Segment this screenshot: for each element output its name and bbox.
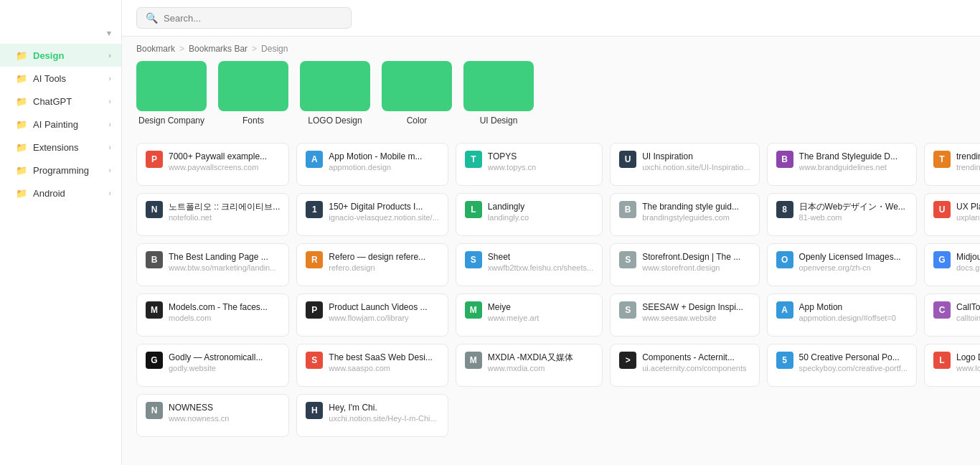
bookmark-card-2[interactable]: A App Motion - Mobile m... appmotion.des…	[296, 143, 448, 186]
folder-card-fonts[interactable]: Fonts	[218, 61, 288, 126]
sidebar-item-label: Extensions	[33, 142, 79, 153]
bookmark-title: Components - Acternit...	[642, 352, 750, 364]
bookmark-url: www.btw.so/marketing/landin...	[169, 263, 280, 272]
bookmark-favicon: A	[776, 301, 793, 319]
breadcrumb-item-bookmarks-bar[interactable]: Bookmarks Bar	[189, 44, 248, 54]
bookmark-card-22[interactable]: S SEESAW + Design Inspi... www.seesaw.we…	[610, 293, 759, 337]
bookmark-url: www.storefront.design	[642, 263, 750, 272]
folder-card-color[interactable]: Color	[382, 61, 452, 126]
sidebar-item-left: 📁 Extensions	[16, 141, 79, 153]
bookmark-card-27[interactable]: M MXDIA -MXDIA又媒体 www.mxdia.com	[456, 344, 603, 387]
sidebar-item-programming[interactable]: 📁 Programming ›	[0, 159, 121, 182]
bookmark-info: NOWNESS www.nowness.cn	[169, 402, 280, 423]
search-bar[interactable]: 🔍	[136, 7, 352, 29]
bookmark-card-8[interactable]: 1 150+ Digital Products I... ignacio-vel…	[296, 193, 448, 236]
bookmark-url: www.paywallscreens.com	[169, 163, 280, 172]
bookmark-card-20[interactable]: P Product Launch Videos ... www.flowjam.…	[296, 293, 448, 337]
bookmark-title: Landingly	[488, 201, 593, 213]
breadcrumb-item-bookmark[interactable]: Bookmark	[136, 44, 175, 54]
bookmark-favicon: R	[306, 251, 323, 268]
sidebar-item-label: Design	[33, 50, 64, 61]
bookmark-info: Product Launch Videos ... www.flowjam.co…	[329, 301, 438, 322]
folder-name: Fonts	[242, 116, 264, 126]
bookmark-card-23[interactable]: A App Motion appmotion.design/#offset=0	[767, 293, 917, 337]
bookmark-card-29[interactable]: 5 50 Creative Personal Po... speckyboy.c…	[767, 344, 917, 387]
bookmark-title: Hey, I'm Chi.	[329, 402, 438, 414]
bookmark-url: ui.aceternity.com/components	[642, 364, 750, 372]
chevron-right-icon: ›	[108, 120, 111, 128]
bookmark-title: NOWNESS	[169, 402, 280, 414]
bookmark-card-4[interactable]: U UI Inspiration uxchi.notion.site/UI-In…	[610, 143, 759, 186]
bookmark-card-10[interactable]: B The branding style guid... brandingsty…	[610, 193, 759, 236]
bookmark-favicon: P	[146, 151, 163, 168]
bookmark-url: models.com	[169, 314, 280, 322]
bookmark-card-7[interactable]: N 노트폴리오 :: 크리에이티브... notefolio.net	[136, 193, 289, 236]
folder-icon: 📁	[16, 118, 27, 130]
bookmark-card-12[interactable]: U UX Planet uxplanet.org	[924, 193, 980, 236]
bookmark-info: The best SaaS Web Desi... www.saaspo.com	[329, 352, 438, 372]
bookmark-card-18[interactable]: G Midjourney v5 Photogr... docs.google.c…	[924, 243, 980, 286]
breadcrumb-separator: >	[252, 44, 257, 54]
bookmark-card-31[interactable]: N NOWNESS www.nowness.cn	[136, 394, 289, 437]
bookmark-title: UX Planet	[956, 201, 980, 213]
bookmark-url: landingly.co	[488, 213, 593, 222]
bookmark-card-32[interactable]: H Hey, I'm Chi. uxchi.notion.site/Hey-I-…	[296, 394, 448, 437]
chevron-down-icon: ▾	[107, 29, 111, 38]
bookmark-card-14[interactable]: R Refero — design refere... refero.desig…	[296, 243, 448, 286]
bookmark-url: www.brandguidelines.net	[799, 163, 908, 172]
bookmark-card-9[interactable]: L Landingly landingly.co	[456, 193, 603, 236]
bookmark-favicon: M	[465, 352, 482, 369]
bookmark-favicon: L	[933, 352, 951, 369]
bookmarks-grid: P 7000+ Paywall example... www.paywallsc…	[136, 143, 966, 437]
bookmark-card-3[interactable]: T TOPYS www.topys.cn	[456, 143, 603, 186]
bookmark-card-30[interactable]: L Logo Design Love | on I... www.logodes…	[924, 344, 980, 387]
bookmark-favicon: P	[306, 301, 323, 319]
folder-card-design-company[interactable]: Design Company	[136, 61, 207, 126]
bookmark-favicon: B	[776, 151, 793, 168]
bookmark-favicon: A	[306, 151, 323, 168]
folder-name: UI Design	[480, 116, 518, 126]
bookmark-card-21[interactable]: M Meiye www.meiye.art	[456, 293, 603, 337]
bookmark-card-6[interactable]: T trending.design trending.design	[924, 143, 980, 186]
bookmark-info: 150+ Digital Products I... ignacio-velas…	[329, 201, 438, 222]
bookmark-card-5[interactable]: B The Brand Styleguide D... www.brandgui…	[767, 143, 917, 186]
bookmark-favicon: G	[146, 352, 163, 369]
bookmark-card-24[interactable]: C CallToInspiration – 非常... calltoinspir…	[924, 293, 980, 337]
bookmark-card-16[interactable]: S Storefront.Design | The ... www.storef…	[610, 243, 759, 286]
folder-card-ui-design[interactable]: UI Design	[463, 61, 534, 126]
bookmark-card-1[interactable]: P 7000+ Paywall example... www.paywallsc…	[136, 143, 289, 186]
folder-name: Design Company	[138, 116, 204, 126]
bookmark-title: App Motion	[799, 301, 908, 314]
sidebar-item-ai-tools[interactable]: 📁 AI Tools ›	[0, 67, 121, 90]
bookmark-card-28[interactable]: > Components - Acternit... ui.aceternity…	[610, 344, 759, 387]
bookmark-url: www.seesaw.website	[642, 314, 750, 322]
bookmark-favicon: M	[465, 301, 482, 319]
bookmark-url: godly.website	[169, 364, 280, 372]
bookmark-info: Components - Acternit... ui.aceternity.c…	[642, 352, 750, 372]
bookmark-card-17[interactable]: O Openly Licensed Images... openverse.or…	[767, 243, 917, 286]
sidebar-item-android[interactable]: 📁 Android ›	[0, 182, 121, 205]
bookmark-url: www.logodesignlove.com	[956, 364, 980, 372]
bookmark-title: The Best Landing Page ...	[169, 251, 280, 263]
sidebar-item-left: 📁 AI Painting	[16, 118, 78, 130]
breadcrumb-item-design: Design	[261, 44, 288, 54]
bookmark-card-25[interactable]: G Godly — Astronomicall... godly.website	[136, 344, 289, 387]
search-input[interactable]	[164, 13, 342, 24]
bookmark-title: Meiye	[488, 301, 593, 314]
bookmark-card-13[interactable]: B The Best Landing Page ... www.btw.so/m…	[136, 243, 289, 286]
sidebar-item-chatgpt[interactable]: 📁 ChatGPT ›	[0, 90, 121, 113]
sidebar-item-extensions[interactable]: 📁 Extensions ›	[0, 136, 121, 159]
bookmark-url: openverse.org/zh-cn	[799, 263, 908, 272]
bookmark-card-15[interactable]: S Sheet xwwfb2ttxw.feishu.cn/sheets...	[456, 243, 603, 286]
bookmark-card-19[interactable]: M Models.com - The faces... models.com	[136, 293, 289, 337]
bookmark-info: Models.com - The faces... models.com	[169, 301, 280, 322]
bookmark-card-11[interactable]: 8 日本のWebデザイン・We... 81-web.com	[767, 193, 917, 236]
sidebar-bookmarks-bar-section[interactable]: ▾	[0, 23, 121, 44]
sidebar-item-left: 📁 Design	[16, 50, 64, 61]
sidebar-item-ai-painting[interactable]: 📁 AI Painting ›	[0, 113, 121, 136]
bookmark-card-26[interactable]: S The best SaaS Web Desi... www.saaspo.c…	[296, 344, 448, 387]
folder-card-logo-design[interactable]: LOGO Design	[300, 61, 370, 126]
bookmark-favicon: G	[933, 251, 951, 268]
bookmark-info: UX Planet uxplanet.org	[956, 201, 980, 222]
sidebar-item-design[interactable]: 📁 Design ›	[0, 44, 121, 67]
